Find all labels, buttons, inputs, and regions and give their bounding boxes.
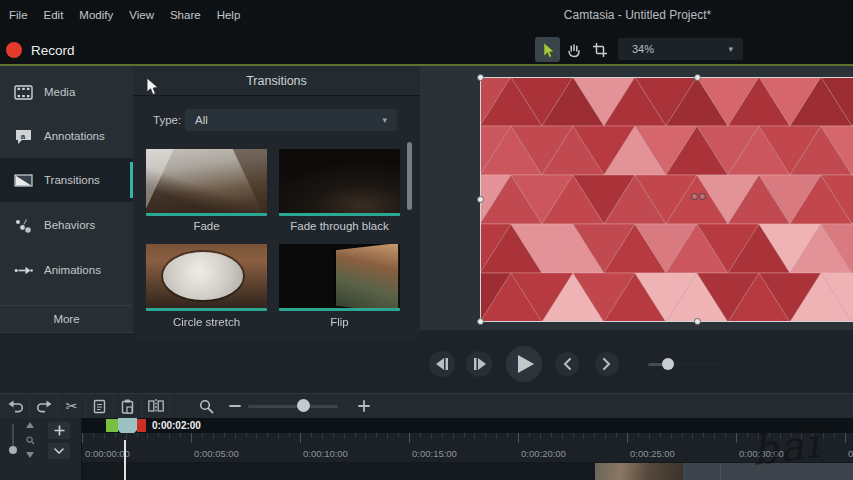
clip-body[interactable]	[683, 463, 853, 480]
playhead-line[interactable]	[124, 440, 126, 480]
paste-button[interactable]	[114, 394, 142, 418]
chevron-down-icon: ▾	[728, 44, 733, 54]
ruler-tick	[823, 433, 824, 439]
canvas-media-image[interactable]	[480, 77, 853, 322]
crop-tool-button[interactable]	[587, 37, 612, 62]
sidebar-more-button[interactable]: More	[0, 305, 133, 333]
ruler-tick	[747, 433, 748, 437]
timeline-ruler[interactable]: 0:00:00:000:00:05:000:00:10:000:00:15:00…	[82, 433, 853, 462]
panel-footer-area	[0, 333, 420, 393]
select-tool-button[interactable]	[535, 37, 560, 62]
step-back-button[interactable]	[429, 351, 455, 377]
transition-flip[interactable]	[279, 244, 400, 311]
ruler-tick	[594, 433, 595, 437]
ruler-tick	[235, 433, 236, 439]
ruler-tick	[551, 433, 552, 437]
sidebar-label-transitions: Transitions	[44, 174, 100, 186]
timeline-zoom-slider-handle[interactable]	[297, 399, 310, 412]
triangle-down-icon	[26, 452, 34, 458]
undo-button[interactable]	[2, 394, 30, 418]
ruler-tick	[627, 433, 628, 443]
timeline-zoom-slider-track[interactable]	[248, 405, 338, 408]
hand-icon	[566, 42, 582, 58]
sidebar-item-animations[interactable]: Animations	[0, 248, 133, 292]
pan-tool-button[interactable]	[561, 37, 586, 62]
next-clip-button[interactable]	[595, 352, 619, 376]
selection-handle-top-center[interactable]	[694, 74, 701, 81]
sidebar-item-behaviors[interactable]: Behaviors	[0, 203, 133, 247]
previous-clip-button[interactable]	[555, 352, 579, 376]
ruler-tick	[82, 433, 83, 443]
transition-circle-stretch[interactable]	[146, 244, 267, 311]
cut-button[interactable]: ✂	[58, 394, 86, 418]
sidebar-item-annotations[interactable]: a Annotations	[0, 115, 133, 157]
ruler-tick	[518, 433, 519, 443]
copy-button[interactable]	[86, 394, 114, 418]
redo-button[interactable]	[30, 394, 58, 418]
split-button[interactable]	[142, 394, 170, 418]
type-filter-dropdown[interactable]: All ▾	[185, 109, 397, 131]
clip-thumbnail[interactable]	[595, 463, 683, 480]
ruler-tick	[376, 433, 377, 437]
sidebar-item-media[interactable]: Media	[0, 72, 133, 112]
selection-out-handle[interactable]	[137, 419, 146, 432]
type-filter-label: Type:	[153, 114, 181, 126]
ruler-tick	[365, 433, 366, 439]
chevron-down-icon	[54, 448, 64, 454]
ruler-tick	[540, 433, 541, 439]
add-track-button[interactable]	[48, 422, 70, 439]
canvas-zoom-dropdown[interactable]: 34% ▾	[618, 38, 743, 60]
selection-handle-bottom-center[interactable]	[694, 318, 701, 325]
menu-modify[interactable]: Modify	[79, 9, 113, 21]
volume-slider-track[interactable]	[668, 363, 723, 366]
ruler-tick	[692, 433, 693, 439]
track-scale-slider-handle[interactable]	[9, 446, 17, 454]
track-zoom-control[interactable]	[24, 422, 36, 458]
paste-icon	[121, 399, 134, 414]
timeline-track[interactable]	[82, 462, 853, 480]
ruler-tick	[845, 433, 846, 443]
play-button[interactable]	[506, 346, 542, 382]
collapse-tracks-button[interactable]	[48, 443, 70, 459]
selection-handle-mid-left[interactable]	[477, 196, 484, 203]
rotation-anchor-icon[interactable]	[691, 193, 698, 200]
timeline-zoom-button[interactable]	[192, 394, 220, 418]
record-button[interactable]: Record	[6, 38, 75, 62]
menu-share[interactable]: Share	[170, 9, 201, 21]
panel-scrollbar[interactable]	[407, 142, 412, 210]
ruler-tick	[387, 433, 388, 439]
ruler-label: 0:00:25:00	[630, 448, 675, 459]
selection-in-handle[interactable]	[106, 419, 118, 432]
volume-slider-handle[interactable]	[662, 358, 674, 370]
ruler-tick	[474, 433, 475, 439]
canvas-stage	[420, 66, 853, 330]
selection-handle-bottom-left[interactable]	[477, 318, 484, 325]
ruler-tick	[496, 433, 497, 439]
ruler-tick	[812, 433, 813, 437]
selection-handle-top-left[interactable]	[477, 74, 484, 81]
window-title: Camtasia - Untitled Project*	[520, 8, 755, 22]
menu-edit[interactable]: Edit	[44, 9, 64, 21]
menu-help[interactable]: Help	[217, 9, 241, 21]
rotation-anchor-icon[interactable]	[699, 193, 706, 200]
ruler-tick	[256, 433, 257, 439]
transition-fade-through-black[interactable]	[279, 149, 400, 216]
ruler-tick	[311, 433, 312, 437]
ruler-label: 0:00:35:00	[848, 448, 853, 459]
split-icon	[148, 399, 164, 413]
menu-view[interactable]: View	[129, 9, 154, 21]
menu-file[interactable]: File	[9, 9, 28, 21]
step-forward-button[interactable]	[466, 351, 492, 377]
timeline-zoom-in-button[interactable]	[350, 394, 378, 418]
copy-icon	[93, 399, 106, 414]
ruler-tick	[333, 433, 334, 437]
sidebar-item-transitions[interactable]: Transitions	[0, 158, 133, 202]
timeline-zoom-out-button[interactable]	[221, 394, 249, 418]
chevron-left-icon	[563, 358, 571, 370]
ruler-tick	[169, 433, 170, 439]
playback-bar	[420, 330, 853, 393]
transition-fade[interactable]	[146, 149, 267, 216]
ruler-label: 0:00:30:00	[739, 448, 784, 459]
sidebar-label-annotations: Annotations	[44, 130, 105, 142]
redo-icon	[36, 399, 52, 413]
